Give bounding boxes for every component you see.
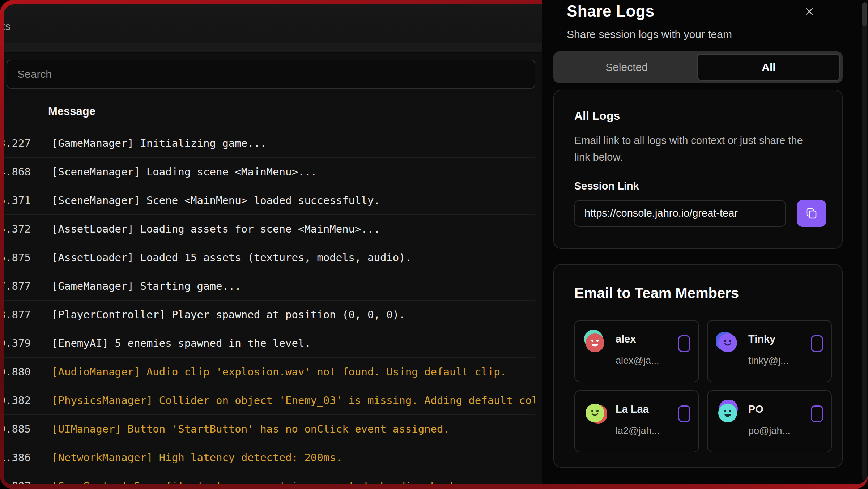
log-timestamp: 8.877 <box>4 309 31 321</box>
all-logs-description: Email link to all logs with context or j… <box>574 132 809 166</box>
scrollbar-thumb[interactable] <box>862 2 867 26</box>
log-timestamp: 0.880 <box>4 366 31 378</box>
close-button[interactable] <box>801 4 817 20</box>
log-message: [GameManager] Initializing game... <box>52 137 267 149</box>
session-link-input[interactable] <box>574 200 786 227</box>
log-message: [AssetLoader] Loading assets for scene <… <box>52 223 380 235</box>
log-row[interactable]: 0.880 [AudioManager] Audio clip 'explosi… <box>4 358 535 386</box>
log-row[interactable]: 1.386 [NetworkManager] High latency dete… <box>4 443 535 472</box>
log-timestamp: 1.386 <box>4 451 31 464</box>
member-avatar <box>584 330 607 353</box>
member-name: PO <box>748 403 790 415</box>
message-column-header: Message <box>48 105 95 118</box>
screen: ts Message 3.227 [GameManager] Initializ… <box>0 0 868 489</box>
member-card[interactable]: Tinky tinky@j... <box>707 320 832 382</box>
log-timestamp: 7.877 <box>4 280 31 292</box>
member-email: alex@ja... <box>616 355 659 366</box>
log-timestamp: 0.885 <box>4 423 31 435</box>
member-email: tinky@j... <box>748 355 788 366</box>
scope-toggle: Selected All <box>553 51 843 83</box>
log-row[interactable]: 0.379 [EnemyAI] 5 enemies spawned in the… <box>4 329 535 358</box>
log-row[interactable]: 7.877 [GameManager] Starting game... <box>4 272 535 301</box>
log-row[interactable]: 4.868 [SceneManager] Loading scene <Main… <box>4 158 535 186</box>
log-timestamp: 6.875 <box>4 251 31 264</box>
log-message: [EnemyAI] 5 enemies spawned in the level… <box>52 337 311 349</box>
member-email: po@jah... <box>748 425 790 437</box>
share-logs-drawer: Share Logs Share session logs with your … <box>542 0 868 484</box>
log-message: [UIManager] Button 'StartButton' has no … <box>52 423 450 435</box>
member-card[interactable]: PO po@jah... <box>707 390 832 452</box>
log-row[interactable]: 1.887 [SaveSystem] Save file 'autosave.s… <box>4 472 535 484</box>
log-row[interactable]: 0.885 [UIManager] Button 'StartButton' h… <box>4 415 535 443</box>
member-checkbox[interactable] <box>678 405 690 422</box>
log-timestamp: 3.227 <box>4 137 31 149</box>
log-timestamp: 1.887 <box>4 480 31 484</box>
log-row[interactable]: 6.875 [AssetLoader] Loaded 15 assets (te… <box>4 243 535 272</box>
member-email: la2@jah... <box>616 425 660 437</box>
member-avatar <box>716 330 740 353</box>
search-input[interactable] <box>7 60 535 89</box>
member-name: La Laa <box>616 403 660 415</box>
log-timestamp: 0.379 <box>4 337 31 349</box>
log-timestamp: 0.382 <box>4 394 31 407</box>
tab-all[interactable]: All <box>697 54 840 81</box>
member-name: Tinky <box>748 333 788 345</box>
member-checkbox[interactable] <box>811 335 823 352</box>
member-card[interactable]: alex alex@ja... <box>574 320 699 382</box>
log-timestamp: 5.372 <box>4 223 31 235</box>
log-message: [SceneManager] Scene <MainMenu> loaded s… <box>52 194 380 207</box>
member-name: alex <box>616 333 659 345</box>
log-message: [NetworkManager] High latency detected: … <box>52 451 342 464</box>
log-message: [AssetLoader] Loaded 15 assets (textures… <box>52 251 412 264</box>
session-link-row <box>574 200 827 227</box>
clipped-header-label: ts <box>4 20 10 33</box>
log-message: [GameManager] Starting game... <box>52 280 241 292</box>
log-timestamp: 5.371 <box>4 194 31 207</box>
session-link-label: Session Link <box>574 180 827 192</box>
email-team-card: Email to Team Members alex alex@ja... Ti… <box>553 264 843 468</box>
log-row[interactable]: 5.372 [AssetLoader] Loading assets for s… <box>4 215 535 243</box>
log-row[interactable]: 0.382 [PhysicsManager] Collider on objec… <box>4 386 535 415</box>
log-message: [SaveSystem] Save file 'autosave.sav' is… <box>52 480 475 484</box>
log-row[interactable]: 5.371 [SceneManager] Scene <MainMenu> lo… <box>4 186 535 215</box>
log-message: [PlayerController] Player spawned at pos… <box>52 309 405 321</box>
member-checkbox[interactable] <box>678 335 690 352</box>
log-message: [AudioManager] Audio clip 'explosion.wav… <box>52 366 506 378</box>
copy-icon <box>804 206 819 221</box>
drawer-subtitle: Share session logs with your team <box>567 28 843 41</box>
drawer-scrollbar <box>862 2 867 480</box>
member-avatar <box>584 400 607 424</box>
email-team-heading: Email to Team Members <box>574 285 827 301</box>
member-avatar <box>716 400 740 424</box>
close-icon <box>804 6 815 17</box>
log-message: [PhysicsManager] Collider on object 'Ene… <box>52 394 535 407</box>
copy-link-button[interactable] <box>797 200 826 227</box>
member-grid: alex alex@ja... Tinky tinky@j... La Laa … <box>574 320 832 452</box>
log-list: 3.227 [GameManager] Initializing game...… <box>4 129 535 484</box>
all-logs-card: All Logs Email link to all logs with con… <box>553 90 843 249</box>
tab-selected[interactable]: Selected <box>556 54 697 81</box>
member-checkbox[interactable] <box>811 405 823 422</box>
log-timestamp: 4.868 <box>4 166 31 178</box>
log-row[interactable]: 3.227 [GameManager] Initializing game... <box>4 129 535 158</box>
log-message: [SceneManager] Loading scene <MainMenu>.… <box>52 166 317 178</box>
member-card[interactable]: La Laa la2@jah... <box>574 390 699 452</box>
all-logs-heading: All Logs <box>574 109 827 123</box>
log-row[interactable]: 8.877 [PlayerController] Player spawned … <box>4 301 535 329</box>
